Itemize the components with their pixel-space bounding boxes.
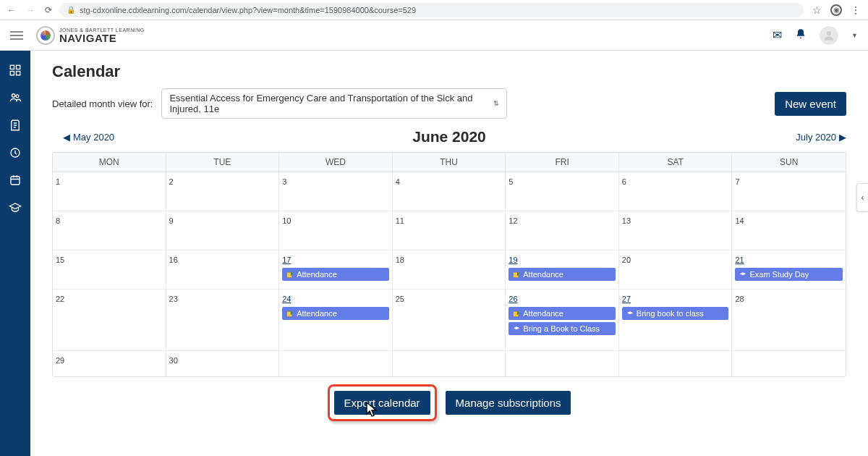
event-attendance[interactable]: Attendance	[509, 307, 616, 320]
day-cell[interactable]: 14	[732, 211, 846, 250]
day-header: FRI	[506, 153, 619, 172]
manage-subscriptions-button[interactable]: Manage subscriptions	[446, 391, 571, 415]
day-cell[interactable]: 30	[166, 350, 280, 376]
prev-month-link[interactable]: ◀ May 2020	[52, 132, 114, 143]
grades-icon[interactable]	[9, 119, 22, 132]
course-event-icon	[513, 325, 520, 332]
day-cell[interactable]: 12	[506, 211, 619, 250]
dashboard-icon[interactable]	[9, 64, 22, 77]
day-cell[interactable]: 20	[619, 250, 733, 289]
day-cell[interactable]: 25	[393, 289, 506, 350]
day-cell[interactable]: 29	[53, 350, 166, 376]
event-attendance[interactable]: Attendance	[282, 268, 389, 281]
course-select[interactable]: Essential Access for Emergency Care and …	[161, 88, 507, 119]
day-cell[interactable]	[506, 350, 619, 376]
drawer-toggle[interactable]: ‹	[856, 183, 868, 212]
svg-rect-3	[10, 72, 14, 75]
day-cell[interactable]: 4	[393, 172, 506, 211]
course-selected: Essential Access for Emergency Care and …	[169, 93, 493, 114]
day-cell[interactable]: 2	[166, 172, 280, 211]
day-cell[interactable]: 26 Attendance Bring a Book to Class	[506, 289, 619, 350]
activity-icon	[513, 271, 520, 278]
course-event-icon	[626, 310, 634, 317]
day-header: SUN	[732, 153, 846, 172]
main-content: Calendar Detailed month view for: Essent…	[30, 51, 868, 456]
day-cell[interactable]: 16	[166, 250, 280, 289]
day-cell[interactable]: 1	[53, 172, 166, 211]
logo[interactable]: JONES & BARTLETT LEARNING NAVIGATE	[36, 26, 145, 45]
event-bring-book[interactable]: Bring book to class	[622, 307, 729, 320]
browser-chrome: ← → ⟳ 🔒 stg-cdxonline.cdxlearning.com/ca…	[0, 0, 868, 20]
url-text: stg-cdxonline.cdxlearning.com/calendar/v…	[80, 6, 796, 14]
competencies-icon[interactable]	[9, 146, 22, 159]
calendar-body-row: 29 30	[53, 350, 846, 376]
filter-label: Detailed month view for:	[52, 98, 153, 109]
profile-icon[interactable]: ◉	[830, 4, 842, 16]
day-cell[interactable]: 18	[393, 250, 506, 289]
address-bar[interactable]: 🔒 stg-cdxonline.cdxlearning.com/calendar…	[59, 3, 804, 17]
notifications-icon[interactable]	[795, 28, 807, 43]
svg-rect-1	[10, 65, 14, 69]
export-calendar-button[interactable]: Export calendar	[334, 391, 430, 415]
bottom-actions: Export calendar Manage subscriptions	[52, 384, 846, 421]
day-cell[interactable]: 28	[732, 289, 846, 350]
day-header: WED	[279, 153, 393, 172]
participants-icon[interactable]	[9, 91, 22, 104]
event-bring-book[interactable]: Bring a Book to Class	[509, 322, 616, 335]
grad-cap-icon[interactable]	[9, 201, 22, 214]
day-cell[interactable]	[279, 350, 393, 376]
calendar-icon[interactable]	[9, 174, 22, 187]
day-cell[interactable]: 22	[53, 289, 166, 350]
calendar-body-row: 22 23 24 Attendance 25 26 Attendance	[53, 289, 846, 350]
star-icon[interactable]: ☆	[812, 4, 822, 16]
avatar[interactable]	[820, 26, 838, 45]
day-cell[interactable]: 3	[279, 172, 393, 211]
select-caret-icon: ⇅	[493, 100, 499, 107]
messages-icon[interactable]: ✉	[773, 28, 782, 42]
day-cell[interactable]	[619, 350, 733, 376]
day-cell[interactable]: 23	[166, 289, 280, 350]
chevron-down-icon[interactable]: ▼	[851, 32, 858, 39]
day-cell[interactable]	[393, 350, 506, 376]
day-cell[interactable]: 8	[53, 211, 166, 250]
day-cell[interactable]: 5	[506, 172, 619, 211]
svg-rect-4	[17, 72, 20, 75]
back-icon[interactable]: ←	[7, 5, 16, 15]
current-month-title: June 2020	[412, 128, 486, 145]
event-attendance[interactable]: Attendance	[282, 307, 389, 320]
day-cell[interactable]: 24 Attendance	[279, 289, 393, 350]
new-event-button[interactable]: New event	[775, 92, 846, 116]
day-cell[interactable]: 13	[619, 211, 733, 250]
day-cell[interactable]: 21 Exam Study Day	[732, 250, 846, 289]
chrome-actions: ☆ ◉ ⋮	[812, 4, 861, 16]
chevron-left-icon: ‹	[861, 193, 864, 203]
day-cell[interactable]: 27 Bring book to class	[619, 289, 733, 350]
kebab-icon[interactable]: ⋮	[851, 4, 861, 16]
svg-point-5	[12, 94, 16, 98]
day-header: THU	[393, 153, 506, 172]
day-header: TUE	[166, 153, 280, 172]
reload-icon[interactable]: ⟳	[45, 5, 52, 15]
day-cell[interactable]: 9	[166, 211, 280, 250]
calendar-nav: ◀ May 2020 June 2020 July 2020 ▶	[52, 126, 846, 148]
day-cell[interactable]: 15	[53, 250, 166, 289]
filter-row: Detailed month view for: Essential Acces…	[52, 88, 846, 119]
forward-icon[interactable]: →	[26, 5, 35, 15]
day-cell[interactable]: 10	[279, 211, 393, 250]
day-cell[interactable]: 19 Attendance	[506, 250, 619, 289]
course-event-icon	[739, 271, 746, 278]
event-exam-study[interactable]: Exam Study Day	[735, 268, 843, 281]
hamburger-icon[interactable]	[10, 29, 23, 42]
day-cell[interactable]: 7	[732, 172, 846, 211]
day-cell[interactable]: 17 Attendance	[279, 250, 393, 289]
next-month-link[interactable]: July 2020 ▶	[785, 132, 846, 143]
calendar-header-row: MON TUE WED THU FRI SAT SUN	[53, 153, 846, 172]
event-attendance[interactable]: Attendance	[509, 268, 616, 281]
day-cell[interactable]: 6	[619, 172, 733, 211]
logo-product: NAVIGATE	[59, 33, 145, 43]
day-cell[interactable]: 11	[393, 211, 506, 250]
day-cell[interactable]	[732, 350, 846, 376]
lock-icon: 🔒	[67, 6, 75, 14]
calendar-grid: MON TUE WED THU FRI SAT SUN 1 2 3 4 5 6 …	[52, 152, 846, 377]
calendar-body: 1 2 3 4 5 6 7 8 9 10 11 12 13 14 15 16 1…	[53, 172, 846, 289]
